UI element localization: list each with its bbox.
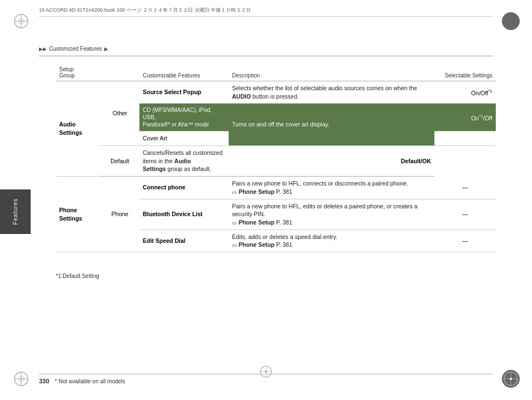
settings-cover-art-on: On*1/Off: [434, 104, 496, 131]
header-customizable-features: Customizable Features: [139, 64, 229, 81]
main-content-area: Setup Group Customizable Features Descri…: [56, 64, 496, 252]
settings-bluetooth-list: —: [434, 199, 496, 230]
page-number: 330: [39, 378, 49, 384]
corner-decoration-br: [500, 368, 522, 390]
breadcrumb-suffix: ▶: [104, 46, 108, 52]
feature-name-bluetooth: Bluetooth Device List: [143, 211, 202, 217]
feature-connect-phone: Connect phone: [139, 177, 229, 199]
desc-bluetooth-list: Pairs a new phone to HFL, edits or delet…: [229, 199, 434, 230]
breadcrumb: ▶▶ Customized Features ▶: [39, 46, 108, 52]
table-row-default: Default Cancels/Resets all customized it…: [56, 146, 496, 177]
svg-point-10: [502, 12, 520, 30]
breadcrumb-prefix: ▶▶: [39, 46, 47, 52]
breadcrumb-label: Customized Features: [49, 46, 102, 52]
corner-decoration-tr: [500, 10, 522, 32]
svg-point-24: [265, 370, 267, 373]
features-table: Setup Group Customizable Features Descri…: [56, 64, 496, 252]
feature-name: Source Select Popup: [143, 89, 201, 95]
header-selectable-settings: Selectable Settings: [434, 64, 496, 81]
sidebar-label-text: Features: [12, 198, 18, 225]
svg-point-14: [20, 378, 22, 380]
feature-name-connect: Connect phone: [143, 184, 185, 191]
desc-source-select: Selects whether the list of selectable a…: [229, 81, 434, 104]
svg-point-3: [20, 20, 22, 22]
feature-source-select: Source Select Popup: [139, 81, 229, 104]
header-description: Description: [229, 64, 434, 81]
phone-settings-label: PhoneSettings: [56, 177, 100, 252]
footnote-text: *1:Default Setting: [56, 273, 99, 279]
footnote-default-setting: *1:Default Setting: [56, 273, 99, 279]
file-info: 15 ACCORD 4D-31T2A6200.book 330 ページ ２０１４…: [39, 7, 251, 14]
feature-edit-speed-dial: Edit Speed Dial: [139, 230, 229, 252]
feature-cover-art: Cover Art: [139, 131, 229, 146]
settings-connect-phone: —: [434, 177, 496, 199]
settings-source-select: On/Off*1: [434, 81, 496, 104]
corner-decoration-bl: [10, 368, 32, 390]
header-setup-group: Setup Group: [56, 64, 139, 81]
svg-point-20: [510, 378, 512, 380]
settings-cover-art-empty: [434, 131, 496, 146]
table-row-connect-phone: PhoneSettings Phone Connect phone Pairs …: [56, 177, 496, 199]
settings-default: Default/OK: [229, 146, 434, 177]
phone-subgroup-label: Phone: [100, 177, 139, 252]
section-divider: [39, 56, 493, 56]
desc-default: Cancels/Resets all customized items in t…: [139, 146, 229, 177]
top-metadata-bar: 15 ACCORD 4D-31T2A6200.book 330 ページ ２０１４…: [39, 7, 493, 17]
table-row: AudioSettings Other Source Select Popup …: [56, 81, 496, 104]
settings-edit-speed-dial: —: [434, 230, 496, 252]
table-header-row: Setup Group Customizable Features Descri…: [56, 64, 496, 81]
audio-settings-label: AudioSettings: [56, 81, 100, 177]
desc-connect-phone: Pairs a new phone to HFL, connects or di…: [229, 177, 434, 199]
other-label: Other: [100, 81, 139, 146]
bottom-center-crosshair: [258, 364, 274, 381]
feature-name-speed-dial: Edit Speed Dial: [143, 237, 185, 244]
feature-bluetooth-list: Bluetooth Device List: [139, 199, 229, 230]
feature-cd-ipod: CD (MP3/WMA/AAC), iPod, USB,Pandora®* or…: [139, 104, 229, 131]
corner-decoration-tl: [10, 10, 32, 32]
desc-edit-speed-dial: Edits, adds or deletes a speed dial entr…: [229, 230, 434, 252]
desc-cover-art-display: Turns on and off the cover art display.: [229, 104, 434, 146]
footnote-availability: * Not available on all models: [55, 378, 125, 384]
sidebar-features-label: Features: [0, 189, 31, 234]
default-label: Default: [100, 146, 139, 177]
